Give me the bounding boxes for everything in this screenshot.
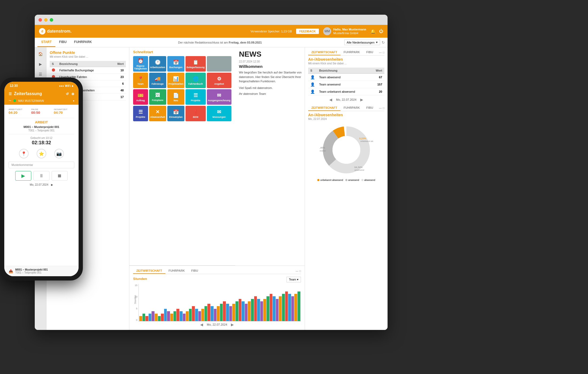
nav-tab-fibu[interactable]: FIBU xyxy=(55,38,70,47)
right-bot-tab-zw[interactable]: ZEITWIRTSCHAFT xyxy=(308,105,341,111)
phone-star-icon[interactable]: ⭐ xyxy=(37,149,46,158)
stunden-next-btn[interactable]: ▶ xyxy=(230,322,235,327)
chart-bar[interactable] xyxy=(223,301,226,321)
phone-refresh-icon[interactable]: ↺ xyxy=(66,92,69,96)
right-top-row[interactable]: 👤 Team unbekannt abwesend 20 xyxy=(308,88,384,95)
right-tab-fibu[interactable]: FIBU xyxy=(363,49,376,55)
qs-item-3[interactable]: 📋Belegerfassung xyxy=(185,56,206,72)
chart-bar[interactable] xyxy=(192,306,195,321)
chart-bar[interactable] xyxy=(220,304,223,321)
phone-comment-field[interactable]: Musterkommentar xyxy=(9,162,74,168)
right-tab-fuhrpark[interactable]: FUHRPARK xyxy=(341,49,363,55)
qs-item-12[interactable]: 📄Neu xyxy=(167,89,184,105)
right-bot-min[interactable]: — xyxy=(379,107,382,110)
chart-bar[interactable] xyxy=(285,291,288,321)
stunden-minimize[interactable]: — xyxy=(296,270,298,272)
chart-bar[interactable] xyxy=(242,301,245,321)
qs-item-1[interactable]: 🕐Arbeitszeiten xyxy=(149,56,167,72)
chart-bar[interactable] xyxy=(279,296,282,321)
chart-bar[interactable] xyxy=(142,314,145,321)
maximize-button[interactable] xyxy=(50,18,53,22)
chart-bar[interactable] xyxy=(139,316,142,321)
chart-bar[interactable] xyxy=(235,301,238,321)
chart-bar[interactable] xyxy=(189,309,192,321)
qs-item-13[interactable]: ☰Projekte xyxy=(185,89,206,105)
qs-item-7[interactable]: 📊Projektzeiten xyxy=(167,73,184,88)
location-dropdown[interactable]: Alle Niederlassungen ▾ xyxy=(344,40,380,45)
chart-bar[interactable] xyxy=(161,314,164,321)
chart-bar[interactable] xyxy=(294,294,297,321)
qs-item-0[interactable]: ⏰Eigene Tätigkeiten xyxy=(133,56,148,72)
chart-bar[interactable] xyxy=(214,309,217,321)
qs-item-2[interactable]: 📅Buchungen xyxy=(167,56,184,72)
qs-item-19[interactable]: ✉Messungen xyxy=(207,106,232,121)
chart-bar[interactable] xyxy=(211,306,214,321)
qs-item-16[interactable]: ✕Abwesenheit xyxy=(149,106,167,121)
chart-bar[interactable] xyxy=(164,309,167,321)
chart-bar[interactable] xyxy=(170,314,173,321)
stunden-expand[interactable]: □ xyxy=(299,270,301,272)
phone-play-btn[interactable]: ▶ xyxy=(15,171,31,181)
phone-camera-icon[interactable]: 📷 xyxy=(54,149,64,158)
chart-bar[interactable] xyxy=(245,304,248,321)
chart-bar[interactable] xyxy=(198,311,201,321)
stunden-prev-btn[interactable]: ◀ xyxy=(199,322,204,327)
chart-bar[interactable] xyxy=(273,296,276,321)
chart-bar[interactable] xyxy=(173,311,176,321)
sidebar-play-icon[interactable]: ▶ xyxy=(36,60,45,69)
chart-bar[interactable] xyxy=(183,314,186,321)
nav-tab-start[interactable]: START xyxy=(37,38,55,47)
right-top-exp[interactable]: □ xyxy=(383,51,384,54)
chart-bar[interactable] xyxy=(297,291,300,321)
chart-bar[interactable] xyxy=(155,314,158,321)
chart-bar[interactable] xyxy=(251,299,254,321)
chart-bar[interactable] xyxy=(266,296,269,321)
chart-bar[interactable] xyxy=(291,296,294,321)
chart-bar[interactable] xyxy=(254,296,257,321)
phone-location-icon[interactable]: 📍 xyxy=(19,149,29,158)
qs-item-9[interactable]: ⚙Angebot xyxy=(207,73,232,88)
right-top-min[interactable]: — xyxy=(379,51,382,54)
qs-item-8[interactable]: 🌐Fahrtenbuch xyxy=(185,73,206,88)
qs-item-14[interactable]: ✉Ausgangsrechnung xyxy=(207,89,232,105)
tab-zeitwirtschaft-stunden[interactable]: ZEITWIRTSCHAFT xyxy=(133,268,165,274)
nav-tab-fuhrpark[interactable]: FUHRPARK xyxy=(70,38,95,47)
right-bot-exp[interactable]: □ xyxy=(383,107,384,110)
right-bot-tab-fh[interactable]: FUHRPARK xyxy=(341,105,363,111)
chart-bar[interactable] xyxy=(176,309,179,321)
chart-bar[interactable] xyxy=(239,299,242,321)
chart-bar[interactable] xyxy=(186,311,189,321)
sidebar-home-icon[interactable]: 🏠 xyxy=(36,49,45,59)
chart-bar[interactable] xyxy=(288,294,291,321)
chart-bar[interactable] xyxy=(145,316,148,321)
chart-bar[interactable] xyxy=(158,316,161,321)
phone-nav-next[interactable]: ▶ xyxy=(51,183,53,186)
phone-menu-icon[interactable]: ☰ xyxy=(9,92,12,96)
refresh-icon[interactable]: ↻ xyxy=(382,40,385,45)
minimize-button[interactable] xyxy=(44,18,48,22)
chart-bar[interactable] xyxy=(282,294,285,321)
qs-item-4[interactable] xyxy=(207,56,232,72)
feedback-button[interactable]: FEEDBACK xyxy=(296,29,319,34)
chart-bar[interactable] xyxy=(201,309,204,321)
right-top-row[interactable]: 👤 Team anwesend 157 xyxy=(308,81,384,88)
right-top-prev[interactable]: ◀ xyxy=(328,98,333,102)
qs-item-5[interactable]: 📍Team xyxy=(133,73,148,88)
chart-bar[interactable] xyxy=(149,314,152,321)
chart-bar[interactable] xyxy=(232,304,235,321)
phone-add-icon[interactable]: ⊕ xyxy=(71,92,74,96)
right-bot-tab-fibu[interactable]: FIBU xyxy=(363,105,376,111)
phone-stop-btn[interactable]: ⏹ xyxy=(52,171,68,181)
tab-fibu-stunden[interactable]: FIBU xyxy=(188,268,201,274)
chart-bar[interactable] xyxy=(270,294,273,321)
chart-bar[interactable] xyxy=(276,299,279,321)
chart-bar[interactable] xyxy=(204,306,207,321)
chart-bar[interactable] xyxy=(260,301,263,321)
chart-bar[interactable] xyxy=(152,311,154,321)
chart-bar[interactable] xyxy=(217,306,220,321)
power-icon[interactable]: ⏻ xyxy=(379,29,383,34)
right-top-row[interactable]: 👤 Team abwesend 67 xyxy=(308,74,384,81)
chart-bar[interactable] xyxy=(180,311,183,321)
chart-bar[interactable] xyxy=(248,301,251,321)
qs-item-10[interactable]: 🎫Auftrag xyxy=(133,89,148,105)
